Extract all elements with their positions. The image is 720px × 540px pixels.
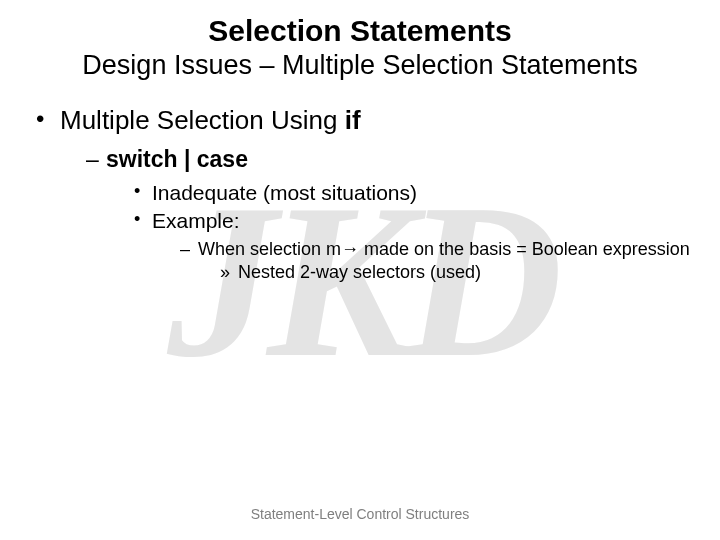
bullet-list-level5: Nested 2-way selectors (used) [198, 262, 692, 283]
bullet-list-level4: When selection m→ made on the basis = Bo… [152, 239, 692, 283]
slide-body: Selection Statements Design Issues – Mul… [0, 0, 720, 540]
bullet4-text: When selection m→ made on the basis = Bo… [198, 239, 690, 259]
list-item: Example: When selection m→ made on the b… [134, 209, 692, 283]
bullet-list-level2: switch | case Inadequate (most situation… [60, 146, 692, 283]
bullet3b-text: Example: [152, 209, 240, 232]
list-item: When selection m→ made on the basis = Bo… [180, 239, 692, 283]
slide-footer: Statement-Level Control Structures [0, 506, 720, 522]
list-item: Nested 2-way selectors (used) [220, 262, 692, 283]
slide-title: Selection Statements [28, 14, 692, 48]
list-item: Inadequate (most situations) [134, 181, 692, 205]
list-item: Multiple Selection Using if switch | cas… [36, 105, 692, 283]
bullet-list-level3: Inadequate (most situations) Example: Wh… [106, 181, 692, 283]
bullet1-bold: if [345, 105, 361, 135]
bullet1-text: Multiple Selection Using [60, 105, 345, 135]
list-item: switch | case Inadequate (most situation… [86, 146, 692, 283]
bullet2-text: switch | case [106, 146, 248, 172]
slide-subtitle: Design Issues – Multiple Selection State… [28, 50, 692, 81]
bullet-list-level1: Multiple Selection Using if switch | cas… [28, 105, 692, 283]
